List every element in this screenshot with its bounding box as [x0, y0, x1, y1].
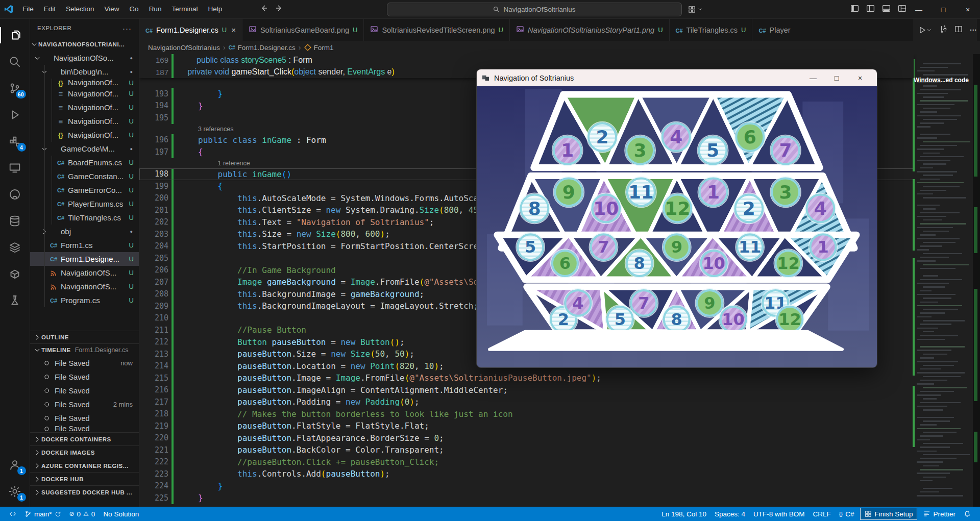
tab-player[interactable]: C#Player [752, 19, 797, 41]
tree-item-form1-cs[interactable]: C#Form1.csU [30, 238, 139, 252]
menu-view[interactable]: View [100, 3, 125, 16]
activity-source-control[interactable]: 60 [0, 75, 30, 102]
tree-item-program-cs[interactable]: C#Program.csU [30, 293, 139, 307]
tree-item-navigationofso-[interactable]: NavigationOfSo...● [30, 51, 139, 65]
status-indentation[interactable]: Spaces: 4 [710, 507, 749, 521]
game-close-button[interactable]: × [848, 69, 872, 86]
game-board[interactable]: 1234567891011121234567891011121245789101… [477, 86, 877, 368]
tree-item-bin-debug-n-[interactable]: bin\Debug\n...● [30, 65, 139, 79]
status-eol[interactable]: CRLF [809, 507, 835, 521]
code-line-223[interactable]: 223 this.Controls.Add(pauseButton); [139, 468, 980, 480]
activity-layers[interactable] [0, 234, 30, 261]
tree-item-obj[interactable]: obj● [30, 225, 139, 238]
menu-edit[interactable]: Edit [39, 3, 61, 16]
section-timeline[interactable]: TIMELINEForm1.Designer.cs [30, 343, 139, 356]
status-cursor-position[interactable]: Ln 198, Col 10 [657, 507, 710, 521]
toggle-sidebar-icon[interactable] [866, 4, 875, 15]
code-line-217[interactable]: 217 pauseButton.Padding = new Padding(0)… [139, 396, 980, 408]
tab-close-icon[interactable]: × [231, 26, 236, 34]
command-center-search[interactable]: NavigationOfSoltrianius [387, 3, 682, 16]
code-line-216[interactable]: 216 pauseButton.ImageAlign = ContentAlig… [139, 384, 980, 396]
activity-search[interactable] [0, 48, 30, 75]
code-line-221[interactable]: 221 pauseButton.BackColor = Color.Transp… [139, 444, 980, 456]
status-finish-setup[interactable]: Finish Setup [860, 508, 917, 520]
status-remote-indicator[interactable] [5, 507, 20, 521]
tab-tiletriangles-cs[interactable]: C#TileTriangles.csU [670, 19, 753, 41]
window-close-button[interactable]: × [955, 0, 980, 19]
tree-root[interactable]: NAVIGATIONOFSOLTRIANI... [30, 37, 139, 51]
game-window[interactable]: Navigation of Soltrianius — □ × 12345678… [476, 69, 877, 368]
breadcrumb-item[interactable]: NavigationOfSoltrianius [148, 44, 220, 52]
code-line-169[interactable]: 169 public class storyScene5 : Form [139, 54, 914, 66]
activity-test-beaker[interactable] [0, 287, 30, 314]
section-outline[interactable]: OUTLINE [30, 331, 139, 343]
tree-item-playerenums-cs[interactable]: C#PlayerEnums.csU [30, 197, 139, 211]
tab-soltrianiusgameboard-png[interactable]: SoltrianiusGameBoard.pngU [242, 19, 364, 41]
tab-navigationofsoltrianiusstorypart1-png[interactable]: NavigationOfSoltrianiusStoryPart1.pngU [510, 19, 670, 41]
tree-item-navigationof-[interactable]: ≡NavigationOf...U [30, 114, 139, 128]
nav-back-icon[interactable] [260, 4, 268, 14]
tree-item-navigationof-[interactable]: {}NavigationOf...U [30, 128, 139, 142]
timeline-entry[interactable]: File Saved [30, 370, 139, 384]
activity-account[interactable]: 1 [0, 452, 30, 478]
activity-remote-explorer[interactable] [0, 155, 30, 181]
activity-database[interactable] [0, 208, 30, 234]
code-line-224[interactable]: 224 } [139, 480, 980, 492]
tree-item-navigationof-[interactable]: ≡NavigationOf...U [30, 87, 139, 101]
section-suggested-docker-hub-[interactable]: SUGGESTED DOCKER HUB ... [30, 485, 139, 499]
activity-github[interactable] [0, 181, 30, 208]
split-editor-icon[interactable] [954, 25, 963, 35]
editor-scrollbar[interactable] [973, 54, 980, 507]
status-notifications[interactable] [960, 507, 975, 521]
explorer-more-actions-icon[interactable]: ··· [122, 24, 132, 33]
tree-item-gameconstan-[interactable]: C#GameConstan...U [30, 169, 139, 183]
run-button[interactable] [918, 26, 932, 34]
breadcrumb-item[interactable]: C#Form1.Designer.cs [229, 44, 296, 52]
menu-run[interactable]: Run [144, 3, 167, 16]
tree-item-navigationofs-[interactable]: NavigationOfS...U [30, 266, 139, 280]
customize-layout-icon[interactable] [898, 4, 906, 15]
game-maximize-button[interactable]: □ [825, 69, 848, 86]
tree-item-gamecode-m-[interactable]: GameCode\M...● [30, 142, 139, 156]
toggle-panel-bottom-icon[interactable] [882, 4, 891, 15]
timeline-entry[interactable]: File Saved [30, 411, 139, 425]
tab-soltrianiusrevisedtitlescreen-png[interactable]: SoltrianiusRevisedTitleScreen.pngU [364, 19, 510, 41]
section-docker-containers[interactable]: DOCKER CONTAINERS [30, 432, 139, 445]
tree-item-navigationof-[interactable]: ≡NavigationOf...U [30, 101, 139, 114]
window-maximize-button[interactable]: □ [931, 0, 955, 19]
menu-file[interactable]: File [17, 3, 39, 16]
code-line-225[interactable]: 225 } [139, 492, 980, 504]
tree-item-tiletriangles-cs[interactable]: C#TileTriangles.csU [30, 211, 139, 225]
activity-explorer[interactable] [0, 22, 30, 48]
code-line-222[interactable]: 222 //pauseButton.Click += pauseButton_C… [139, 456, 980, 468]
tree-item-navigationofs-[interactable]: NavigationOfS...U [30, 280, 139, 293]
menu-selection[interactable]: Selection [61, 3, 100, 16]
breadcrumb-item[interactable]: Form1 [304, 44, 334, 52]
activity-extensions[interactable]: 4 [0, 128, 30, 155]
timeline-entry[interactable]: File Saved2 mins [30, 398, 139, 411]
open-changes-icon[interactable] [939, 25, 947, 35]
activity-run-debug[interactable] [0, 102, 30, 128]
minimap[interactable]: Windows...ed code [913, 54, 973, 507]
timeline-entry[interactable]: File Savednow [30, 356, 139, 370]
toggle-panel-left-icon[interactable] [850, 4, 859, 15]
section-docker-hub[interactable]: DOCKER HUB [30, 472, 139, 485]
breadcrumb[interactable]: NavigationOfSoltrianius›C#Form1.Designer… [139, 41, 980, 54]
status-problems[interactable]: ⊘0⚠0 [65, 507, 100, 521]
profile-switcher[interactable] [688, 6, 702, 13]
status-git-branch[interactable]: main* [20, 507, 65, 521]
status-encoding[interactable]: UTF-8 with BOM [749, 507, 809, 521]
game-minimize-button[interactable]: — [801, 69, 825, 86]
tree-item-gameerrorco-[interactable]: C#GameErrorCo...U [30, 183, 139, 197]
tree-item-boardenums-cs[interactable]: C#BoardEnums.csU [30, 156, 139, 169]
timeline-entry[interactable]: File Saved [30, 384, 139, 398]
activity-settings[interactable]: 1 [0, 478, 30, 505]
status-language-mode[interactable]: {}C# [835, 507, 859, 521]
status-solution[interactable]: No Solution [99, 507, 143, 521]
window-minimize-button[interactable]: — [906, 0, 931, 19]
more-actions-icon[interactable]: ··· [970, 26, 977, 35]
timeline-entry[interactable]: File Saved [30, 425, 139, 432]
section-docker-images[interactable]: DOCKER IMAGES [30, 445, 139, 459]
menu-terminal[interactable]: Terminal [166, 3, 203, 16]
section-azure-container-regis-[interactable]: AZURE CONTAINER REGIS... [30, 459, 139, 472]
